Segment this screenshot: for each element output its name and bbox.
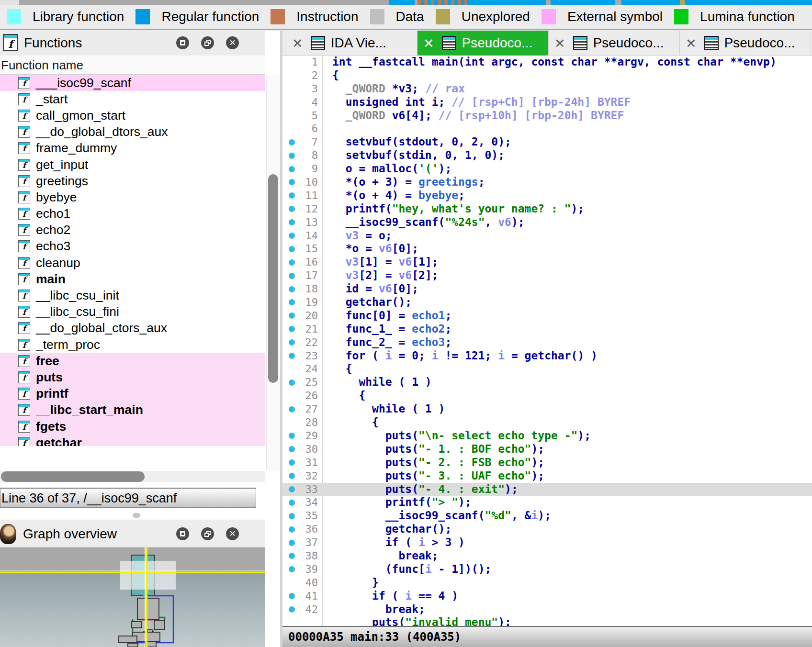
function-row[interactable]: __do_global_dtors_aux [0, 124, 265, 140]
function-row[interactable]: _term_proc [0, 336, 265, 353]
code-line[interactable]: 18 id = v6[0]; [282, 282, 812, 296]
close-button[interactable]: ✕ [226, 527, 239, 540]
code-line[interactable]: 40 } [282, 576, 812, 590]
function-row[interactable]: main [0, 271, 265, 287]
line-marker-empty [289, 72, 295, 78]
function-row[interactable]: frame_dummy [0, 140, 265, 156]
code-line[interactable]: 14 v3 = o; [282, 229, 812, 243]
code-line[interactable]: 33 puts("- 4. : exit"); [282, 483, 812, 496]
functions-list[interactable]: ___isoc99_scanf_startcall_gmon_start__do… [0, 75, 265, 446]
function-row[interactable]: ___isoc99_scanf [0, 75, 265, 91]
code-line[interactable]: 42 break; [282, 603, 812, 616]
code-line[interactable]: 16 v3[1] = v6[1]; [282, 256, 812, 269]
code-line[interactable]: 28 { [282, 416, 812, 429]
code-line[interactable]: 37 if ( i > 3 ) [282, 536, 812, 549]
close-button[interactable]: ✕ [226, 36, 239, 49]
maximize-button[interactable] [176, 36, 189, 49]
vertical-scrollbar-thumb[interactable] [268, 174, 278, 383]
function-row[interactable]: __libc_csu_init [0, 287, 265, 303]
code-line[interactable]: 13 __isoc99_scanf("%24s", v6); [282, 216, 812, 229]
pseudocode-listing[interactable]: 1int __fastcall main(int argc, const cha… [282, 56, 812, 626]
code-line[interactable]: 15 *o = v6[0]; [282, 242, 812, 256]
code-line[interactable]: 38 break; [282, 549, 812, 563]
code-line[interactable]: 19 getchar(); [282, 296, 812, 309]
restore-button[interactable] [201, 36, 214, 49]
tab-ida-vie-[interactable]: ✕IDA Vie... [286, 31, 417, 56]
tab-pseudoco-[interactable]: ✕Pseudoco... [417, 31, 549, 56]
code-line[interactable]: 39 (func[i - 1])(); [282, 563, 812, 576]
code-line[interactable]: 4 unsigned int i; // [rsp+Ch] [rbp-24h] … [282, 96, 812, 109]
function-row[interactable]: greetings [0, 173, 265, 189]
function-row[interactable]: _start [0, 91, 265, 107]
function-row[interactable]: cleanup [0, 255, 265, 271]
functions-vertical-scrollbar[interactable] [266, 75, 280, 471]
code-line[interactable]: 20 func[0] = echo1; [282, 309, 812, 323]
code-line[interactable]: 41 if ( i == 4 ) [282, 590, 812, 603]
code-line[interactable]: 21 func_1_ = echo2; [282, 323, 812, 336]
tab-close-icon[interactable]: ✕ [292, 36, 303, 51]
function-row[interactable]: echo1 [0, 206, 265, 222]
tab-pseudoco-[interactable]: ✕Pseudoco... [549, 31, 680, 56]
function-row[interactable]: __do_global_ctors_aux [0, 320, 265, 336]
code-text: func[0] = echo1; [332, 309, 451, 323]
code-line[interactable]: 35 __isoc99_scanf("%d", &i); [282, 509, 812, 523]
line-number: 19 [295, 296, 318, 309]
code-line[interactable]: 1int __fastcall main(int argc, const cha… [282, 56, 812, 69]
code-line[interactable]: 30 puts("- 1. : BOF echo"); [282, 443, 812, 456]
function-row[interactable]: byebye [0, 189, 265, 205]
code-line[interactable]: 29 puts("\n- select echo type -"); [282, 429, 812, 443]
code-line[interactable]: 25 while ( 1 ) [282, 376, 812, 389]
code-line[interactable]: 17 v3[2] = v6[2]; [282, 269, 812, 282]
function-name: free [36, 354, 59, 368]
code-line[interactable]: 22 func_2_ = echo3; [282, 336, 812, 349]
code-line[interactable]: puts("invalid menu"); [282, 616, 812, 626]
function-row[interactable]: echo2 [0, 222, 265, 238]
maximize-button[interactable] [176, 527, 189, 540]
tab-close-icon[interactable]: ✕ [554, 36, 565, 51]
code-line[interactable]: 27 while ( 1 ) [282, 402, 812, 416]
line-marker-dot [289, 206, 295, 212]
function-row[interactable]: get_input [0, 156, 265, 173]
code-line[interactable]: 7 setvbuf(stdout, 0, 2, 0); [282, 135, 812, 149]
tab-pseudoco-[interactable]: ✕Pseudoco... [680, 31, 811, 56]
code-line[interactable]: 24 { [282, 362, 812, 376]
function-row[interactable]: free [0, 353, 265, 369]
function-row[interactable]: echo3 [0, 238, 265, 255]
code-line[interactable]: 34 printf("> "); [282, 496, 812, 509]
code-line[interactable]: 36 getchar(); [282, 523, 812, 536]
graph-overview-canvas[interactable] [0, 547, 265, 647]
code-line[interactable]: 8 setvbuf(stdin, 0, 1, 0); [282, 149, 812, 162]
function-row[interactable]: getchar [0, 435, 265, 446]
function-row[interactable]: __libc_csu_fini [0, 304, 265, 320]
panel-splitter-handle[interactable] [133, 513, 140, 518]
code-line[interactable]: 31 puts("- 2. : FSB echo"); [282, 456, 812, 469]
tab-close-icon[interactable]: ✕ [686, 36, 697, 51]
code-line[interactable]: 6 [282, 122, 812, 135]
code-line[interactable]: 10 *(o + 3) = greetings; [282, 176, 812, 189]
tab-close-icon[interactable]: ✕ [423, 36, 434, 51]
functions-horizontal-scrollbar[interactable] [0, 471, 265, 482]
function-row[interactable]: fgets [0, 418, 265, 435]
function-row[interactable]: puts [0, 369, 265, 385]
line-number: 17 [295, 269, 318, 282]
code-line[interactable]: 26 { [282, 389, 812, 402]
code-line[interactable]: 12 printf("hey, what's your name? : "); [282, 202, 812, 216]
legend-item: Regular function [135, 9, 259, 24]
function-name: cleanup [36, 256, 80, 270]
horizontal-scrollbar-thumb[interactable] [1, 471, 145, 482]
code-line[interactable]: 23 for ( i = 0; i != 121; i = getchar() … [282, 349, 812, 363]
code-line[interactable]: 11 *(o + 4) = byebye; [282, 189, 812, 202]
code-line[interactable]: 2{ [282, 69, 812, 82]
function-name: __do_global_dtors_aux [36, 124, 168, 139]
function-name-column-header[interactable]: Function name [0, 56, 265, 75]
graph-overview-title: Graph overview [23, 520, 117, 548]
function-row[interactable]: call_gmon_start [0, 107, 265, 123]
code-line[interactable]: 3 _QWORD *v3; // rax [282, 82, 812, 96]
function-row[interactable]: printf [0, 386, 265, 402]
function-row[interactable]: __libc_start_main [0, 402, 265, 418]
navigation-band[interactable] [0, 0, 812, 5]
code-line[interactable]: 5 _QWORD v6[4]; // [rsp+10h] [rbp-20h] B… [282, 109, 812, 123]
restore-button[interactable] [201, 527, 214, 540]
code-line[interactable]: 32 puts("- 3. : UAF echo"); [282, 469, 812, 483]
code-line[interactable]: 9 o = malloc('('); [282, 162, 812, 176]
